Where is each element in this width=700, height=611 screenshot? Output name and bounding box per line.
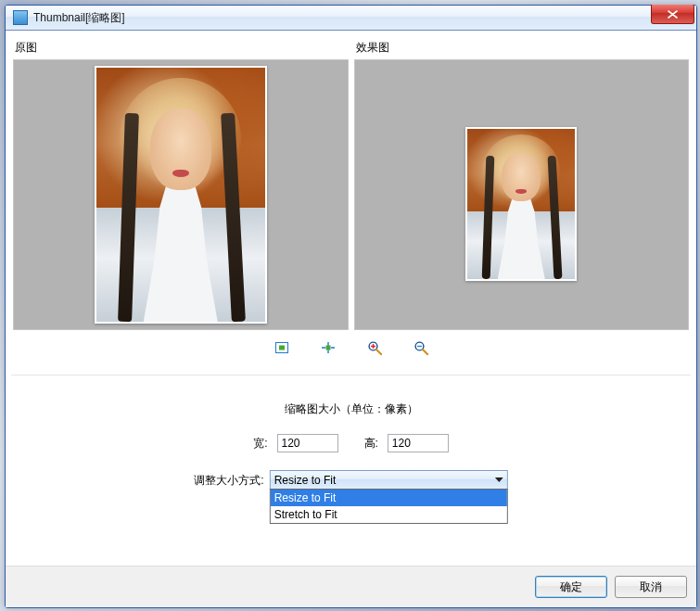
ok-button[interactable]: 确定 xyxy=(535,576,607,598)
form-title: 缩略图大小（单位：像素） xyxy=(13,401,689,417)
panel-result: 效果图 xyxy=(354,40,690,330)
cancel-button-label: 取消 xyxy=(640,579,662,595)
result-image xyxy=(467,129,575,279)
ok-button-label: 确定 xyxy=(560,579,582,595)
resize-method-label: 调整大小方式: xyxy=(194,470,263,489)
actual-size-icon[interactable] xyxy=(321,340,336,355)
chevron-down-icon xyxy=(495,477,503,483)
height-input[interactable] xyxy=(388,434,449,452)
resize-option-stretch-to-fit[interactable]: Stretch to Fit xyxy=(271,506,507,523)
size-row: 宽: 高: xyxy=(13,434,689,452)
resize-method-dropdown: Resize to Fit Stretch to Fit xyxy=(270,489,508,524)
zoom-toolbar xyxy=(13,339,689,356)
titlebar[interactable]: Thumbnail[缩略图] xyxy=(6,6,696,31)
preview-result[interactable] xyxy=(354,59,690,330)
svg-rect-2 xyxy=(325,346,330,350)
preview-panels: 原图 效果图 xyxy=(13,40,689,330)
client-area: 原图 效果图 xyxy=(6,31,696,566)
dialog-footer: 确定 取消 xyxy=(6,566,696,607)
resize-method-value: Resize to Fit xyxy=(274,474,337,487)
resize-option-resize-to-fit[interactable]: Resize to Fit xyxy=(271,490,507,506)
cancel-button[interactable]: 取消 xyxy=(615,576,687,598)
fit-icon[interactable] xyxy=(274,340,289,355)
form-area: 缩略图大小（单位：像素） 宽: 高: 调整大小方式: Resize to Fit xyxy=(13,376,689,558)
result-image-frame xyxy=(465,127,577,281)
original-image-frame xyxy=(95,66,267,324)
height-label: 高: xyxy=(364,436,378,452)
original-image xyxy=(96,68,265,322)
width-label: 宽: xyxy=(253,436,267,452)
panel-result-label: 效果图 xyxy=(356,40,690,56)
zoom-in-icon[interactable] xyxy=(367,340,382,355)
panel-original: 原图 xyxy=(13,40,349,330)
dialog-window: Thumbnail[缩略图] 原图 xyxy=(5,5,697,608)
svg-rect-1 xyxy=(279,346,285,350)
resize-method-row: 调整大小方式: Resize to Fit Resize to Fit Stre… xyxy=(194,470,507,490)
preview-original[interactable] xyxy=(13,59,349,330)
resize-method-select[interactable]: Resize to Fit xyxy=(270,470,508,490)
panel-original-label: 原图 xyxy=(15,40,349,56)
window-title: Thumbnail[缩略图] xyxy=(33,10,125,26)
zoom-out-icon[interactable] xyxy=(414,340,428,355)
width-input[interactable] xyxy=(277,434,338,452)
close-icon xyxy=(668,10,678,19)
close-button[interactable] xyxy=(651,5,694,24)
app-icon xyxy=(13,10,28,25)
